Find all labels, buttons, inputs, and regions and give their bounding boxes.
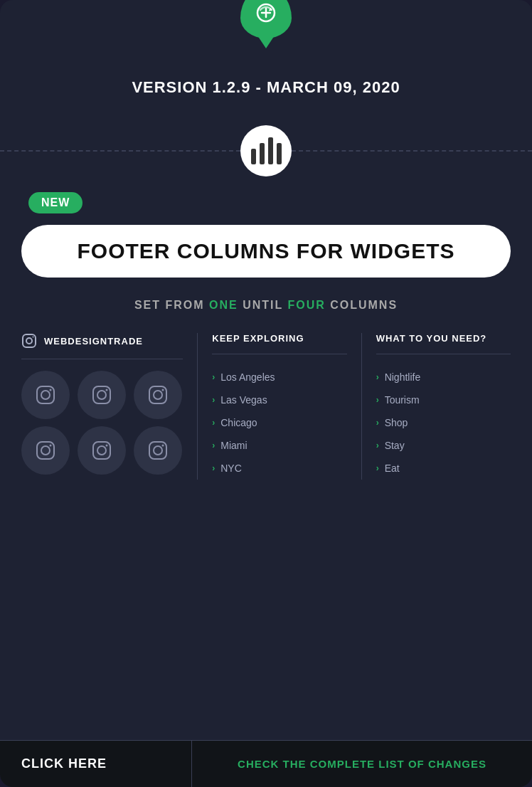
version-text: VERSION 1.2.9 - MARCH 09, 2020 [132, 78, 400, 97]
insta-cell-6[interactable] [134, 426, 182, 475]
col2-header-label: KEEP EXPLORING [212, 333, 304, 344]
svg-point-18 [106, 445, 108, 447]
bar-2 [260, 143, 265, 164]
pin-icon [240, 0, 292, 44]
col-instagram: WEBDESIGNTRADE [21, 333, 198, 480]
list-item-stay[interactable]: ›Stay [376, 434, 511, 457]
divider-right [292, 150, 532, 152]
insta-cell-2[interactable] [78, 371, 126, 419]
svg-point-15 [50, 445, 52, 447]
list-label: Nightlife [385, 371, 421, 383]
chevron-icon: › [376, 372, 379, 382]
list-label: Stay [385, 440, 405, 451]
chevron-icon: › [212, 440, 215, 450]
list-item-chicago[interactable]: ›Chicago [212, 411, 346, 434]
insta-cell-4[interactable] [21, 426, 70, 475]
svg-rect-1 [23, 334, 36, 347]
list-label: Miami [220, 440, 247, 451]
col-need: WHAT TO YOU NEED? ›Nightlife ›Tourism ›S… [362, 333, 511, 480]
col1-divider [21, 359, 183, 359]
list-label: Eat [385, 463, 400, 474]
footer-preview: WEBDESIGNTRADE [21, 333, 511, 480]
list-item-tourism[interactable]: ›Tourism [376, 389, 511, 411]
svg-point-14 [41, 446, 50, 455]
feature-title: FOOTER COLUMNS FOR WIDGETS [43, 239, 489, 263]
chevron-icon: › [376, 463, 379, 473]
list-label: Tourism [385, 394, 420, 406]
svg-point-21 [162, 445, 164, 447]
bars-icon [251, 137, 282, 164]
col1-header: WEBDESIGNTRADE [21, 333, 183, 349]
insta-cell-1[interactable] [21, 371, 70, 419]
insta-grid [21, 371, 183, 475]
svg-point-12 [162, 389, 164, 391]
svg-point-20 [154, 446, 162, 455]
list-label: Shop [385, 417, 408, 428]
main-card: VERSION 1.2.9 - MARCH 09, 2020 NEW FOOTE… [0, 0, 532, 787]
new-badge: NEW [28, 192, 83, 213]
list-label: Los Angeles [220, 371, 275, 383]
svg-rect-16 [93, 442, 110, 459]
col3-header-label: WHAT TO YOU NEED? [376, 333, 487, 344]
divider-row [0, 125, 532, 176]
svg-point-5 [41, 391, 50, 399]
chevron-icon: › [376, 440, 379, 450]
bottom-bar: CLICK HERE CHECK THE COMPLETE LIST OF CH… [0, 740, 532, 787]
col-exploring: KEEP EXPLORING ›Los Angeles ›Las Vegas ›… [198, 333, 361, 480]
svg-point-17 [97, 446, 106, 455]
list-label: Chicago [220, 417, 257, 428]
col3-divider [376, 354, 511, 354]
insta-cell-3[interactable] [134, 371, 182, 419]
click-here-button[interactable]: CLICK HERE [0, 741, 192, 787]
insta-cell-5[interactable] [78, 426, 126, 475]
list-item-las-vegas[interactable]: ›Las Vegas [212, 389, 346, 411]
svg-point-8 [97, 391, 106, 399]
col1-header-label: WEBDESIGNTRADE [44, 336, 143, 347]
chevron-icon: › [376, 395, 379, 405]
list-label: Las Vegas [220, 394, 267, 406]
svg-rect-13 [37, 442, 54, 459]
svg-rect-19 [149, 442, 166, 459]
col3-header: WHAT TO YOU NEED? [376, 333, 511, 344]
chevron-icon: › [212, 372, 215, 382]
divider-left [0, 150, 240, 152]
chevron-icon: › [212, 463, 215, 473]
list-label: NYC [220, 463, 242, 474]
subtitle-word1: ONE [209, 299, 238, 311]
svg-rect-10 [149, 386, 166, 403]
subtitle-word2: FOUR [287, 299, 325, 311]
bar-3 [268, 137, 273, 164]
chevron-icon: › [212, 395, 215, 405]
feature-box: FOOTER COLUMNS FOR WIDGETS [21, 225, 511, 278]
col2-header: KEEP EXPLORING [212, 333, 346, 344]
list-item-nyc[interactable]: ›NYC [212, 457, 346, 480]
svg-point-9 [106, 389, 108, 391]
check-changes-button[interactable]: CHECK THE COMPLETE LIST OF CHANGES [192, 741, 532, 787]
svg-point-6 [50, 389, 52, 391]
refresh-location-icon [253, 0, 279, 26]
subtitle-middle: UNTIL [238, 299, 288, 311]
bar-1 [251, 149, 256, 164]
chevron-icon: › [212, 418, 215, 428]
subtitle-suffix: COLUMNS [326, 299, 398, 311]
chevron-icon: › [376, 418, 379, 428]
col2-divider [212, 354, 346, 354]
list-item-miami[interactable]: ›Miami [212, 434, 346, 457]
list-item-shop[interactable]: ›Shop [376, 411, 511, 434]
svg-point-3 [33, 337, 34, 338]
instagram-icon [21, 333, 37, 349]
svg-rect-7 [93, 386, 110, 403]
list-item-los-angeles[interactable]: ›Los Angeles [212, 366, 346, 389]
bars-circle [240, 125, 292, 176]
list-item-eat[interactable]: ›Eat [376, 457, 511, 480]
subtitle-prefix: SET FROM [134, 299, 209, 311]
svg-point-2 [26, 338, 32, 344]
subtitle: SET FROM ONE UNTIL FOUR COLUMNS [134, 299, 398, 312]
list-item-nightlife[interactable]: ›Nightlife [376, 366, 511, 389]
bar-4 [277, 143, 282, 164]
svg-point-11 [154, 391, 162, 399]
svg-rect-4 [37, 386, 54, 403]
